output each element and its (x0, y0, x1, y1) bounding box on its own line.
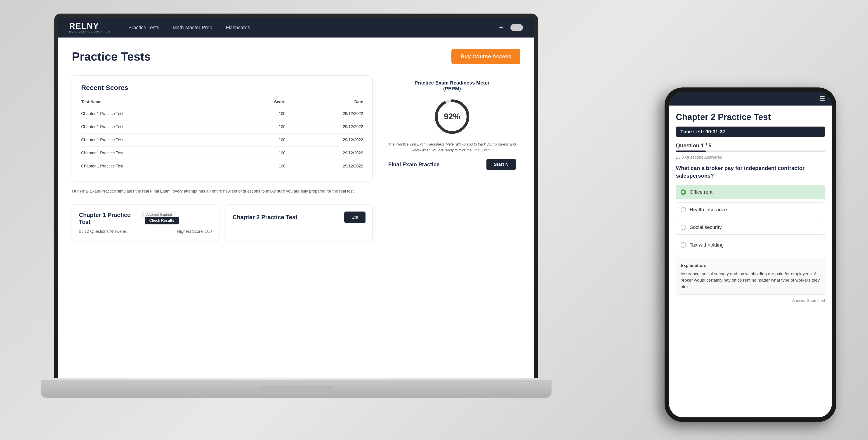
answer-option[interactable]: Health insurance (676, 202, 825, 217)
score-date: 29/12/2022 (285, 160, 363, 173)
score-value: 100 (242, 147, 285, 160)
final-exam-info: Our Final Exam Practice simulates the re… (72, 188, 373, 195)
score-test-name: Chapter 1 Practice Test (81, 160, 242, 173)
laptop-screen: RELNY REAL ESTATE EDUCATION Practice Tes… (58, 18, 534, 378)
theme-toggle[interactable] (510, 24, 523, 31)
laptop-content: Practice Tests Buy Course Access Recent … (58, 37, 534, 378)
score-test-name: Chapter 1 Practice Test (81, 147, 242, 160)
phone-answers: Office rentHealth insuranceSocial securi… (676, 185, 825, 255)
chapter-1-meta: 0 / 12 Questions Answered Highest Score:… (79, 229, 212, 234)
score-test-name: Chapter 1 Practice Test (81, 107, 242, 121)
nav-flashcards[interactable]: Flashcards (226, 25, 250, 31)
score-date: 29/12/2022 (285, 147, 363, 160)
final-exam-label: Final Exam Practice (388, 161, 440, 168)
radio-icon (681, 242, 686, 248)
score-value: 100 (242, 121, 285, 133)
nav-practice-tests[interactable]: Practice Tests (128, 25, 159, 31)
phone-explanation: Explanation: Insurance, social security … (676, 258, 825, 295)
phone-timer: Time Left: 00:31:37 (676, 127, 825, 137)
perm-title: Practice Exam Readiness Meter(PERM) (388, 80, 516, 92)
chapter-2-card: Chapter 2 Practice Test Sta (225, 205, 373, 241)
score-date: 29/12/2022 (285, 121, 363, 133)
answer-text: Social security (690, 224, 722, 230)
nav-links: Practice Tests Math Master Prep Flashcar… (128, 25, 497, 31)
nav-icons: ☀ (497, 24, 523, 32)
scores-table: Test Name Score Date Chapter 1 Practice … (81, 97, 363, 173)
page-header: Practice Tests Buy Course Access (72, 49, 520, 64)
phone-screen: ☰ Chapter 2 Practice Test Time Left: 00:… (669, 92, 832, 417)
chapter-1-highest-score: Highest Score: 100 (177, 229, 212, 234)
perm-section: Practice Exam Readiness Meter(PERM) (384, 75, 520, 180)
score-date: 29/12/2022 (285, 133, 363, 147)
left-panel: Recent Scores Test Name Score Date (72, 75, 373, 366)
chapter-cards: Chapter 1 Practice Test Attempt Expired … (72, 205, 373, 241)
final-exam-row: Final Exam Practice Start N (388, 153, 516, 176)
phone-question-text: What can a broker pay for independent co… (676, 164, 825, 180)
nav-math-master-prep[interactable]: Math Master Prep (173, 25, 212, 31)
chapter-1-card-header: Chapter 1 Practice Test Attempt Expired … (79, 212, 212, 225)
chapter-1-card: Chapter 1 Practice Test Attempt Expired … (72, 205, 219, 241)
nav-logo-sub: REAL ESTATE EDUCATION (69, 30, 110, 33)
col-header-date: Date (285, 97, 363, 107)
page-title: Practice Tests (72, 50, 151, 63)
phone-question-header: Question 1 / 5 (676, 143, 825, 149)
check-results-button[interactable]: Check Results (145, 217, 179, 224)
right-panel: Practice Exam Readiness Meter(PERM) (384, 75, 520, 366)
phone-progress-fill (676, 151, 706, 152)
hamburger-icon[interactable]: ☰ (819, 95, 825, 103)
answer-text: Office rent (690, 189, 712, 195)
chapter-1-actions: Attempt Expired Check Results (143, 213, 212, 224)
laptop-content-inner: Practice Tests Buy Course Access Recent … (58, 37, 534, 378)
buy-course-access-button[interactable]: Buy Course Access (452, 49, 520, 64)
main-grid: Recent Scores Test Name Score Date (72, 75, 520, 366)
col-header-test-name: Test Name (81, 97, 242, 107)
phone-test-title: Chapter 2 Practice Test (676, 112, 825, 122)
table-row: Chapter 1 Practice Test 100 29/12/2022 (81, 121, 363, 133)
score-test-name: Chapter 1 Practice Test (81, 121, 242, 133)
answer-text: Health insurance (690, 207, 727, 213)
perm-circle: 92% (432, 96, 472, 137)
sun-icon[interactable]: ☀ (497, 24, 505, 32)
answer-option[interactable]: Social security (676, 220, 825, 234)
phone-explanation-title: Explanation: (681, 262, 820, 269)
chapter-1-title: Chapter 1 Practice Test (79, 212, 143, 225)
phone: ☰ Chapter 2 Practice Test Time Left: 00:… (664, 88, 836, 422)
phone-answer-submitted: Answer Submitted (676, 298, 825, 303)
answer-text: Tax withholding (690, 242, 723, 248)
laptop-screen-outer: RELNY REAL ESTATE EDUCATION Practice Tes… (54, 13, 538, 378)
answer-option[interactable]: Tax withholding (676, 238, 825, 252)
phone-content: Chapter 2 Practice Test Time Left: 00:31… (669, 105, 832, 417)
perm-description: The Practice Test Exam Readiness Meter a… (388, 142, 516, 153)
radio-icon (681, 207, 686, 213)
phone-questions-answered: 1 / 5 Questions Answered (676, 155, 825, 160)
laptop-base (41, 380, 552, 398)
phone-explanation-text: Insurance, social security and tax withh… (681, 272, 819, 289)
chapter-1-questions-answered: 0 / 12 Questions Answered (79, 229, 127, 234)
perm-circle-container: 92% (388, 96, 516, 137)
scene: RELNY REAL ESTATE EDUCATION Practice Tes… (0, 0, 868, 440)
table-row: Chapter 1 Practice Test 100 29/12/2022 (81, 147, 363, 160)
perm-percentage: 92% (444, 112, 460, 121)
nav-logo-text: RELNY (69, 22, 110, 30)
radio-icon (681, 189, 686, 195)
final-exam-start-button[interactable]: Start N (487, 159, 516, 170)
chapter-2-start-button[interactable]: Sta (344, 212, 366, 223)
phone-status-bar: ☰ (669, 92, 832, 105)
chapter-2-title: Chapter 2 Practice Test (232, 214, 298, 221)
nav-logo: RELNY REAL ESTATE EDUCATION (69, 22, 110, 33)
score-date: 29/12/2022 (285, 107, 363, 121)
laptop-trackpad (260, 386, 332, 394)
score-value: 100 (242, 107, 285, 121)
phone-progress-bar (676, 151, 825, 152)
score-test-name: Chapter 1 Practice Test (81, 133, 242, 147)
radio-icon (681, 225, 686, 230)
col-header-score: Score (242, 97, 285, 107)
score-value: 100 (242, 133, 285, 147)
answer-option[interactable]: Office rent (676, 185, 825, 199)
chapter-2-card-header: Chapter 2 Practice Test Sta (232, 212, 366, 223)
score-value: 100 (242, 160, 285, 173)
laptop: RELNY REAL ESTATE EDUCATION Practice Tes… (41, 13, 552, 398)
recent-scores-section: Recent Scores Test Name Score Date (72, 75, 373, 181)
table-row: Chapter 1 Practice Test 100 29/12/2022 (81, 160, 363, 173)
table-row: Chapter 1 Practice Test 100 29/12/2022 (81, 107, 363, 121)
